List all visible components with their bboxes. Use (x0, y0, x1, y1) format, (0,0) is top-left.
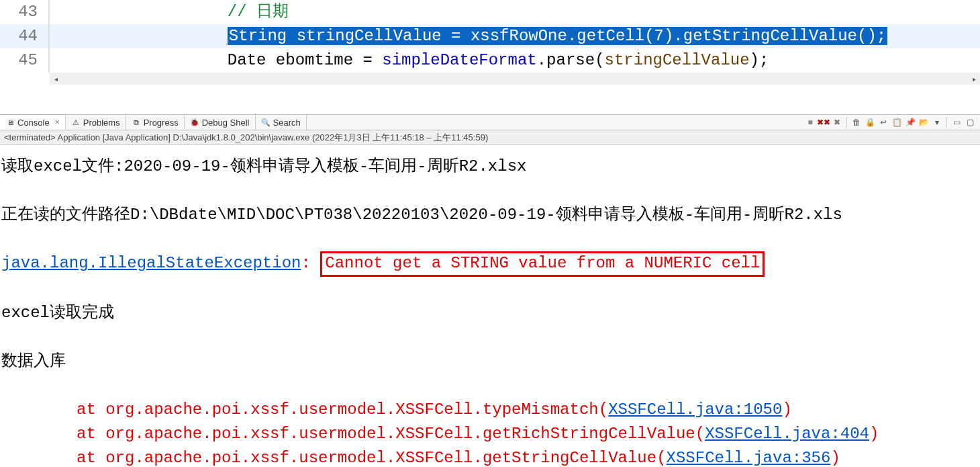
stack-close-paren: ) (869, 425, 879, 443)
gutter-line-number: 43 (0, 0, 50, 24)
maximize-button[interactable]: ▢ (964, 116, 976, 128)
gutter-line-number: 45 (0, 48, 50, 73)
stack-source-link[interactable]: XSSFCell.java:356 (667, 449, 831, 467)
stack-source-link[interactable]: XSSFCell.java:404 (705, 425, 869, 443)
console-line: 数据入库 (1, 349, 977, 374)
display-selected-console-button[interactable]: 📂 (918, 116, 930, 128)
stack-method: at org.apache.poi.xssf.usermodel.XSSFCel… (77, 425, 705, 443)
stack-method: at org.apache.poi.xssf.usermodel.XSSFCel… (77, 400, 608, 419)
terminate-button[interactable]: ■ (804, 116, 816, 128)
show-console-button[interactable]: 📋 (891, 116, 903, 128)
stack-close-paren: ) (830, 449, 840, 467)
tab-close-icon[interactable]: × (55, 118, 60, 127)
tab-label: Progress (144, 118, 179, 128)
remove-launch-button[interactable]: ✖ (831, 116, 843, 128)
tab-label: Search (273, 118, 301, 128)
scroll-right-icon[interactable]: ▸ (968, 73, 980, 85)
launch-description: <terminated> Application [Java Applicati… (0, 130, 980, 145)
stack-trace-line: at org.apache.poi.xssf.usermodel.XSSFCel… (1, 398, 977, 422)
minimize-button[interactable]: ▭ (950, 116, 963, 128)
console-line: excel读取完成 (1, 301, 977, 325)
console-output[interactable]: 读取excel文件:2020-09-19-领料申请导入模板-车间用-周昕R2.x… (0, 145, 980, 467)
exception-line: java.lang.IllegalStateException: Cannot … (1, 251, 977, 277)
open-console-menu[interactable]: ▾ (931, 116, 943, 128)
tab-label: Problems (83, 118, 120, 128)
tab-debug-shell[interactable]: 🐞Debug Shell (185, 115, 256, 130)
scroll-lock-button[interactable]: 🔒 (864, 116, 876, 128)
tab-search[interactable]: 🔍Search (256, 115, 307, 130)
gutter-line-number: 44 (0, 24, 50, 48)
launch-description-text: <terminated> Application [Java Applicati… (4, 132, 488, 144)
scroll-track[interactable] (62, 74, 968, 83)
problems-icon: ⚠ (71, 118, 81, 127)
stack-close-paren: ) (782, 400, 791, 419)
word-wrap-button[interactable]: ↩ (877, 116, 889, 128)
code-line[interactable]: 43 // 日期 (0, 0, 980, 24)
exception-separator: : (301, 254, 320, 272)
stack-trace-line: at org.apache.poi.xssf.usermodel.XSSFCel… (1, 422, 977, 446)
search-icon: 🔍 (261, 118, 271, 127)
code-content[interactable]: // 日期 (50, 0, 980, 24)
scroll-left-icon[interactable]: ◂ (50, 73, 62, 85)
stack-source-link[interactable]: XSSFCell.java:1050 (608, 400, 782, 419)
exception-message-highlight: Cannot get a STRING value from a NUMERIC… (320, 251, 765, 277)
tab-problems[interactable]: ⚠Problems (66, 115, 126, 130)
code-content[interactable]: Date ebomtime = simpleDateFormat.parse(s… (50, 48, 980, 73)
editor-horizontal-scrollbar[interactable]: ◂ ▸ (50, 73, 980, 85)
exception-class-link[interactable]: java.lang.IllegalStateException (1, 254, 301, 272)
progress-icon: ⧉ (132, 118, 141, 127)
tab-console[interactable]: 🖥Console× (0, 115, 66, 130)
pin-console-button[interactable]: 📌 (904, 116, 916, 128)
clear-console-button[interactable]: 🗑 (850, 116, 863, 128)
debug-shell-icon: 🐞 (190, 118, 199, 127)
console-line: 正在读的文件路径D:\DBdate\MID\DOC\PT038\20220103… (1, 203, 977, 227)
remove-all-terminated-button[interactable]: ✖✖ (818, 116, 830, 128)
tab-label: Debug Shell (202, 118, 250, 128)
code-editor[interactable]: 43 // 日期44 String stringCellValue = xssf… (0, 0, 980, 114)
console-icon: 🖥 (5, 118, 15, 127)
selected-code[interactable]: String stringCellValue = xssfRowOne.getC… (228, 27, 887, 45)
console-line: 读取excel文件:2020-09-19-领料申请导入模板-车间用-周昕R2.x… (1, 155, 977, 179)
console-toolbar: ■ ✖✖ ✖ 🗑 🔒 ↩ 📋 📌 📂 ▾ ▭ ▢ (800, 115, 980, 130)
code-content[interactable]: String stringCellValue = xssfRowOne.getC… (50, 24, 980, 48)
stack-trace-line: at org.apache.poi.xssf.usermodel.XSSFCel… (1, 446, 977, 467)
tab-label: Console (17, 118, 50, 128)
views-tabstrip: 🖥Console×⚠Problems⧉Progress🐞Debug Shell🔍… (0, 114, 980, 130)
code-line[interactable]: 44 String stringCellValue = xssfRowOne.g… (0, 24, 980, 48)
stack-method: at org.apache.poi.xssf.usermodel.XSSFCel… (77, 449, 667, 467)
code-line[interactable]: 45 Date ebomtime = simpleDateFormat.pars… (0, 48, 980, 73)
tab-progress[interactable]: ⧉Progress (126, 115, 185, 130)
